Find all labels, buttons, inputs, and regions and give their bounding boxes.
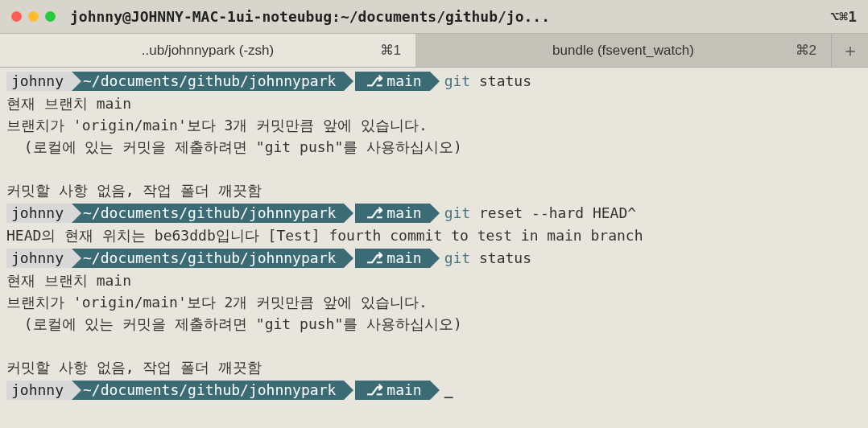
prompt-user: johnny: [6, 381, 72, 400]
prompt-line: johnny ~/documents/github/johnnypark⎇mai…: [6, 379, 862, 401]
title-bar: johnny@JOHNNY-MAC-1ui-noteubug:~/documen…: [0, 0, 868, 34]
output-line: 브랜치가 'origin/main'보다 2개 커밋만큼 앞에 있습니다.: [6, 291, 862, 313]
prompt-branch: ⎇main: [355, 381, 429, 400]
prompt-branch: ⎇main: [355, 249, 429, 268]
prompt-path: ~/documents/github/johnnypark: [72, 204, 344, 223]
traffic-lights: [11, 11, 56, 22]
git-branch-icon: ⎇: [366, 202, 383, 224]
prompt-user: johnny: [6, 249, 72, 268]
close-window-button[interactable]: [11, 11, 22, 22]
output-line: 현재 브랜치 main: [6, 270, 862, 291]
output-line: 현재 브랜치 main: [6, 93, 862, 114]
output-line: HEAD의 현재 위치는 be63ddb입니다 [Test] fourth co…: [6, 224, 862, 246]
tab-shortcut: ⌘2: [796, 42, 816, 59]
prompt-path: ~/documents/github/johnnypark: [72, 381, 344, 400]
output-line: [6, 335, 862, 356]
output-line: (로컬에 있는 커밋을 제출하려면 "git push"를 사용하십시오): [6, 136, 862, 158]
prompt-line: johnny ~/documents/github/johnnypark⎇mai…: [6, 202, 862, 224]
maximize-window-button[interactable]: [45, 11, 56, 22]
prompt-branch: ⎇main: [355, 72, 429, 91]
plus-icon: ＋: [841, 39, 859, 63]
command-git: git: [444, 204, 471, 221]
output-line: 브랜치가 'origin/main'보다 3개 커밋만큼 앞에 있습니다.: [6, 114, 862, 136]
prompt-user: johnny: [6, 204, 72, 223]
prompt-line: johnny ~/documents/github/johnnypark⎇mai…: [6, 70, 862, 92]
output-line: (로컬에 있는 커밋을 제출하려면 "git push"를 사용하십시오): [6, 313, 862, 335]
output-line: 커밋할 사항 없음, 작업 폴더 깨끗함: [6, 179, 862, 201]
command: git status: [444, 247, 531, 269]
command-args: status: [470, 72, 531, 89]
tab-shortcut: ⌘1: [380, 42, 401, 59]
window-shortcut: ⌥⌘1: [830, 8, 857, 25]
output-line: [6, 158, 862, 179]
command-git: git: [444, 249, 471, 266]
branch-name: main: [386, 379, 421, 401]
command-git: git: [444, 72, 471, 89]
prompt-user: johnny: [6, 72, 72, 91]
prompt-branch: ⎇main: [355, 204, 429, 223]
command-args: reset --hard HEAD^: [470, 204, 636, 221]
git-branch-icon: ⎇: [366, 247, 383, 269]
prompt-path: ~/documents/github/johnnypark: [72, 249, 344, 268]
git-branch-icon: ⎇: [366, 70, 383, 92]
prompt-line: johnny ~/documents/github/johnnypark⎇mai…: [6, 247, 862, 269]
output-line: 커밋할 사항 없음, 작업 폴더 깨끗함: [6, 356, 862, 378]
command: git status: [444, 70, 531, 92]
command-args: status: [470, 249, 531, 266]
tab-label: bundle (fsevent_watch): [552, 43, 694, 59]
tab-bar: ..ub/johnnypark (-zsh) ⌘1 bundle (fseven…: [0, 34, 868, 68]
branch-name: main: [386, 247, 421, 269]
new-tab-button[interactable]: ＋: [831, 34, 868, 67]
command: git reset --hard HEAD^: [444, 202, 636, 224]
cursor: _: [444, 379, 453, 401]
branch-name: main: [386, 202, 421, 224]
branch-name: main: [386, 70, 421, 92]
tab-label: ..ub/johnnypark (-zsh): [142, 43, 274, 59]
tab-1[interactable]: ..ub/johnnypark (-zsh) ⌘1: [0, 34, 415, 67]
prompt-path: ~/documents/github/johnnypark: [72, 72, 344, 91]
minimize-window-button[interactable]: [28, 11, 39, 22]
window-title: johnny@JOHNNY-MAC-1ui-noteubug:~/documen…: [70, 8, 822, 25]
tab-2[interactable]: bundle (fsevent_watch) ⌘2: [415, 34, 831, 67]
git-branch-icon: ⎇: [366, 379, 383, 401]
terminal-content[interactable]: johnny ~/documents/github/johnnypark⎇mai…: [0, 68, 868, 403]
